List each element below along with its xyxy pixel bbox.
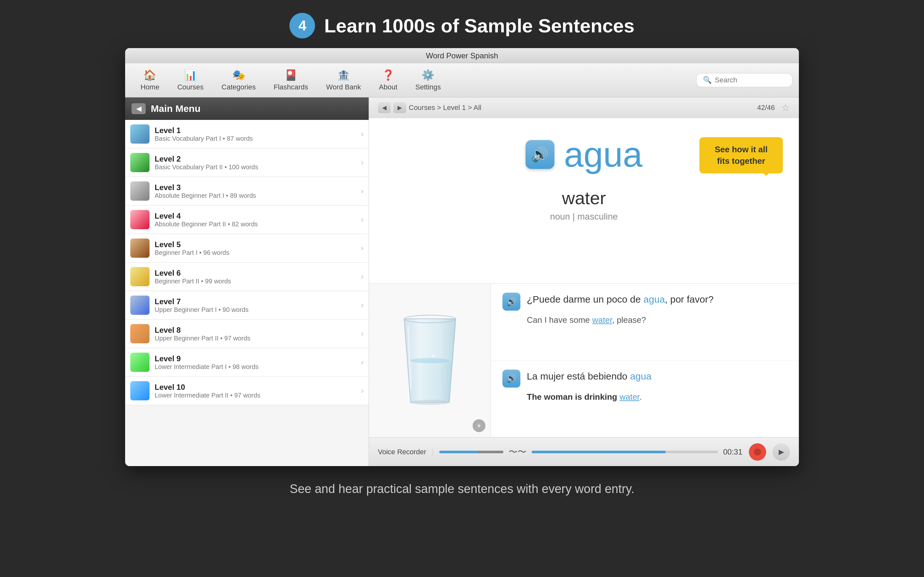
word-header: 🔊 agua bbox=[525, 134, 643, 175]
svg-point-2 bbox=[431, 354, 435, 358]
sentence-1-audio-button[interactable]: 🔊 bbox=[502, 293, 520, 311]
bottom-caption: See and hear practical sample sentences … bbox=[0, 466, 924, 506]
favorite-button[interactable]: ☆ bbox=[781, 102, 790, 113]
right-panel: ◀ ▶ Courses > Level 1 > All 42/46 ☆ 🔊 ag… bbox=[369, 97, 799, 466]
sidebar-item-level-2[interactable]: Level 2 Basic Vocabulary Part II • 100 w… bbox=[125, 148, 368, 177]
level-1-thumbnail bbox=[130, 124, 150, 143]
svg-point-1 bbox=[410, 358, 450, 363]
next-arrow[interactable]: ▶ bbox=[393, 102, 406, 113]
play-button[interactable]: ▶ bbox=[772, 443, 790, 461]
tooltip-callout: See how it all fits together bbox=[699, 137, 783, 173]
chevron-right-icon: › bbox=[361, 243, 363, 253]
main-content: ◀ Main Menu Level 1 Basic Vocabulary Par… bbox=[125, 97, 799, 466]
sentence-2-spanish: La mujer está bebiendo agua bbox=[527, 370, 652, 383]
level-8-thumbnail bbox=[130, 324, 150, 343]
english-translation: water bbox=[562, 187, 606, 208]
expand-button[interactable]: + bbox=[473, 419, 485, 432]
sentence-1-english: Can I have some water, please? bbox=[502, 315, 787, 325]
speaker-icon: 🔊 bbox=[506, 374, 517, 384]
record-button[interactable] bbox=[749, 443, 766, 461]
sentence-2-english: The woman is drinking water. bbox=[502, 392, 787, 402]
water-glass-image bbox=[385, 306, 475, 415]
sound-waves-icon: 〜〜 bbox=[509, 446, 527, 458]
step-badge: 4 bbox=[289, 13, 315, 39]
sidebar-item-level-10[interactable]: Level 10 Lower Intermediate Part II • 97… bbox=[125, 377, 368, 405]
sidebar-item-level-4[interactable]: Level 4 Absolute Beginner Part II • 82 w… bbox=[125, 205, 368, 234]
level-5-thumbnail bbox=[130, 239, 150, 258]
top-header: 4 Learn 1000s of Sample Sentences bbox=[0, 0, 924, 48]
image-panel: + bbox=[369, 284, 491, 437]
progress-track[interactable] bbox=[531, 451, 718, 453]
search-icon: 🔍 bbox=[703, 76, 712, 84]
categories-icon: 🎭 bbox=[232, 69, 245, 81]
level-10-thumbnail bbox=[130, 381, 150, 400]
waveform-bar bbox=[439, 451, 503, 453]
chevron-right-icon: › bbox=[361, 272, 363, 281]
nav-flashcards[interactable]: 🎴 Flashcards bbox=[265, 66, 317, 94]
app-window: Word Power Spanish 🏠 Home 📊 Courses 🎭 Ca… bbox=[125, 48, 799, 466]
spanish-word: agua bbox=[564, 134, 643, 175]
sidebar-item-level-1[interactable]: Level 1 Basic Vocabulary Part I • 87 wor… bbox=[125, 120, 368, 148]
level-9-thumbnail bbox=[130, 353, 150, 372]
chevron-right-icon: › bbox=[361, 329, 363, 338]
chevron-right-icon: › bbox=[361, 187, 363, 195]
sidebar-item-level-6[interactable]: Level 6 Beginner Part II • 99 words › bbox=[125, 263, 368, 291]
level-2-thumbnail bbox=[130, 153, 150, 172]
window-titlebar: Word Power Spanish bbox=[125, 48, 799, 63]
word-display: 🔊 agua water noun | masculine See how it… bbox=[369, 118, 799, 284]
home-icon: 🏠 bbox=[144, 69, 156, 81]
nav-settings[interactable]: ⚙️ Settings bbox=[407, 66, 450, 94]
chevron-right-icon: › bbox=[361, 158, 363, 167]
breadcrumb: Courses > Level 1 > All bbox=[409, 103, 481, 112]
sidebar: ◀ Main Menu Level 1 Basic Vocabulary Par… bbox=[125, 97, 369, 466]
speaker-icon: 🔊 bbox=[506, 297, 517, 307]
time-display: 00:31 bbox=[723, 448, 742, 456]
page-count: 42/46 bbox=[757, 103, 775, 112]
chevron-right-icon: › bbox=[361, 129, 363, 139]
sidebar-item-level-9[interactable]: Level 9 Lower Intermediate Part I • 98 w… bbox=[125, 348, 368, 377]
sidebar-item-level-8[interactable]: Level 8 Upper Beginner Part II • 97 word… bbox=[125, 319, 368, 348]
sidebar-item-level-7[interactable]: Level 7 Upper Beginner Part I • 90 words… bbox=[125, 291, 368, 319]
search-input[interactable] bbox=[715, 76, 786, 84]
recorder-label: Voice Recorder bbox=[378, 448, 433, 456]
chevron-right-icon: › bbox=[361, 215, 363, 224]
search-box[interactable]: 🔍 bbox=[696, 73, 792, 87]
breadcrumb-nav: ◀ ▶ Courses > Level 1 > All bbox=[378, 102, 481, 113]
speaker-icon: 🔊 bbox=[531, 146, 549, 163]
word-meta: noun | masculine bbox=[550, 211, 618, 222]
chevron-right-icon: › bbox=[361, 358, 363, 367]
sentences-panel: 🔊 ¿Puede darme un poco de agua, por favo… bbox=[491, 284, 799, 437]
level-7-thumbnail bbox=[130, 295, 150, 315]
chevron-right-icon: › bbox=[361, 301, 363, 309]
nav-categories[interactable]: 🎭 Categories bbox=[213, 66, 265, 94]
nav-courses[interactable]: 📊 Courses bbox=[168, 66, 213, 94]
breadcrumb-bar: ◀ ▶ Courses > Level 1 > All 42/46 ☆ bbox=[369, 97, 799, 118]
nav-bar: 🏠 Home 📊 Courses 🎭 Categories 🎴 Flashcar… bbox=[125, 63, 799, 97]
nav-about[interactable]: ❓ About bbox=[370, 66, 407, 94]
sentence-1-spanish: ¿Puede darme un poco de agua, por favor? bbox=[527, 293, 714, 306]
chevron-right-icon: › bbox=[361, 386, 363, 395]
about-icon: ❓ bbox=[382, 69, 395, 81]
sidebar-header: ◀ Main Menu bbox=[125, 97, 368, 120]
progress-fill bbox=[531, 451, 666, 453]
level-3-thumbnail bbox=[130, 181, 150, 201]
prev-arrow[interactable]: ◀ bbox=[378, 102, 391, 113]
nav-wordbank[interactable]: 🏦 Word Bank bbox=[317, 66, 370, 94]
record-indicator bbox=[754, 448, 761, 456]
level-6-thumbnail bbox=[130, 267, 150, 286]
flashcards-icon: 🎴 bbox=[284, 69, 297, 81]
svg-point-3 bbox=[411, 400, 449, 405]
sidebar-item-level-5[interactable]: Level 5 Beginner Part I • 96 words › bbox=[125, 234, 368, 263]
sentences-area: + 🔊 ¿Puede darme un poco de agua, por fa… bbox=[369, 284, 799, 437]
progress-area: 〜〜 00:31 bbox=[439, 446, 742, 458]
nav-home[interactable]: 🏠 Home bbox=[132, 66, 168, 94]
sidebar-item-level-3[interactable]: Level 3 Absolute Beginner Part I • 89 wo… bbox=[125, 177, 368, 205]
courses-icon: 📊 bbox=[184, 69, 197, 81]
sentence-2-audio-button[interactable]: 🔊 bbox=[502, 370, 520, 388]
voice-recorder: Voice Recorder 〜〜 00:31 ▶ bbox=[369, 437, 799, 466]
word-audio-button[interactable]: 🔊 bbox=[525, 140, 554, 169]
back-button[interactable]: ◀ bbox=[132, 103, 145, 114]
sentence-2: 🔊 La mujer está bebiendo agua The woman … bbox=[491, 361, 799, 438]
wordbank-icon: 🏦 bbox=[337, 69, 350, 81]
level-4-thumbnail bbox=[130, 210, 150, 229]
